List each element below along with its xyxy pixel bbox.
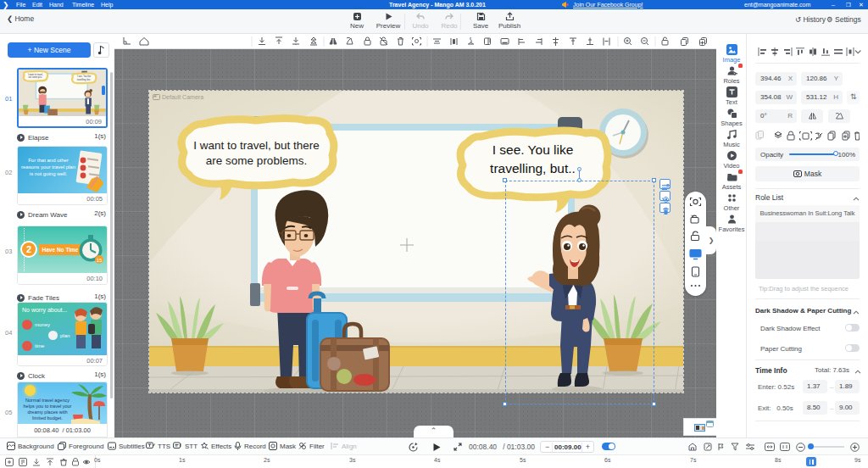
svg-text:15: 15 [97,258,103,263]
